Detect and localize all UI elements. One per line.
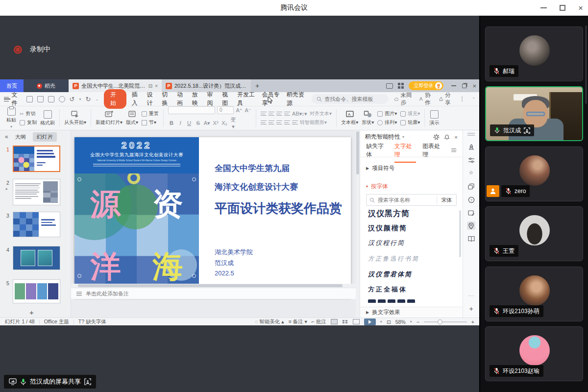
add-slide-button[interactable]: +	[29, 308, 34, 317]
font-search-input[interactable]	[375, 197, 437, 203]
participant-tile-active-speaker[interactable]: 范汉成	[485, 86, 583, 141]
present-button[interactable]: 演示	[429, 110, 439, 126]
text-direction-button[interactable]: AB▾	[292, 111, 299, 117]
window-layout-icon[interactable]	[386, 83, 393, 89]
login-button[interactable]: 立即登录	[409, 81, 443, 90]
settings-sliders-icon[interactable]	[467, 156, 475, 164]
slide-thumbnail-3[interactable]	[13, 212, 60, 237]
format-painter-button[interactable]: 格式刷	[40, 110, 55, 126]
notes-bar[interactable]: 单击此处添加备注	[71, 288, 356, 299]
help-icon[interactable]: ?	[467, 196, 475, 204]
more-menu-icon[interactable]: ⋮	[459, 96, 466, 102]
tab-slides[interactable]: 幻灯片	[33, 132, 57, 142]
zoom-out-button[interactable]: −	[416, 319, 419, 325]
reading-book-icon[interactable]	[467, 234, 475, 243]
font-color-button[interactable]: A▾	[203, 120, 210, 126]
zoom-slider[interactable]	[424, 321, 467, 322]
undo-icon[interactable]: ↺	[70, 96, 75, 103]
tab-docer[interactable]: 稻壳	[24, 79, 69, 92]
cut-button[interactable]: ✂剪切	[20, 110, 37, 117]
reset-button[interactable]: 重置	[142, 110, 159, 117]
comments-button[interactable]: ⌐ 批注	[312, 318, 326, 325]
docer-rocket-icon[interactable]	[467, 143, 475, 151]
print-icon[interactable]	[48, 96, 54, 102]
collaborate-button[interactable]: 协作	[419, 92, 433, 106]
tab-outline[interactable]: 大纲	[15, 133, 26, 141]
font-search-box[interactable]: 宋体	[366, 194, 457, 206]
reading-view-icon[interactable]	[353, 319, 360, 324]
layout-button[interactable]: 版式▾	[126, 110, 138, 126]
new-slide-button[interactable]: 新建幻灯片▾	[96, 110, 122, 126]
paste-button[interactable]: 粘贴▾	[6, 107, 16, 129]
textbox-button[interactable]: A 文本框▾	[341, 110, 358, 126]
redo-icon[interactable]: ↻	[85, 96, 91, 103]
play-from-start-button[interactable]: 从头开始▾	[64, 110, 86, 126]
distribute-button[interactable]	[292, 120, 298, 125]
vertical-scrollbar[interactable]	[356, 130, 360, 318]
font-item[interactable]: 汉仪雪君体简	[368, 270, 412, 279]
maximize-icon[interactable]	[560, 5, 565, 11]
align-center-button[interactable]	[269, 120, 274, 125]
numbering-button[interactable]	[269, 111, 274, 116]
missing-font-status[interactable]: T? 缺失字体	[78, 318, 106, 325]
participant-tile[interactable]: 郝瑞	[485, 26, 583, 81]
bullets-button[interactable]	[261, 111, 267, 116]
tab-close-icon[interactable]: ×	[155, 83, 158, 89]
align-text-button[interactable]: 对齐文本▾	[310, 110, 332, 117]
wps-restore-icon[interactable]	[462, 84, 466, 88]
ribbon-tab-view[interactable]: 视图	[222, 91, 232, 107]
theme-name[interactable]: Office 主题	[44, 318, 69, 325]
ribbon-tab-animation[interactable]: 动画	[177, 91, 187, 107]
by-font-section[interactable]: ▾按字体	[360, 183, 463, 190]
bell-icon[interactable]	[444, 134, 450, 140]
share-button[interactable]: 分享	[439, 92, 453, 106]
pane-close-icon[interactable]: ×	[454, 134, 458, 140]
participant-tile[interactable]: 环设2103孙萌	[485, 267, 583, 321]
font-item[interactable]: 方正鲁迅行书简	[368, 255, 419, 263]
command-search-input[interactable]	[325, 96, 384, 102]
indent-button[interactable]	[284, 111, 290, 116]
slide-thumbnail-1[interactable]	[13, 146, 60, 172]
text-effect-section[interactable]: ▶换文字效果	[360, 307, 463, 318]
wps-minimize-icon[interactable]	[451, 85, 456, 86]
pane-tab-missing-fonts[interactable]: 缺失字体	[366, 142, 388, 159]
font-list-scrollbar[interactable]	[459, 210, 461, 257]
participant-tile[interactable]: 环设2103赵瑜	[485, 326, 583, 381]
smart-features-pin-icon[interactable]	[467, 221, 475, 230]
sync-status[interactable]: 未同步	[394, 92, 413, 106]
font-item[interactable]: 汉仪程行简	[368, 239, 405, 247]
calendar-edit-icon[interactable]	[467, 209, 475, 217]
ribbon-tab-home[interactable]: 开始	[104, 89, 126, 109]
apps-grid-icon[interactable]	[398, 83, 404, 89]
wps-close-icon[interactable]: ×	[472, 82, 476, 90]
italic-button[interactable]: I	[177, 120, 184, 126]
current-slide[interactable]: 源 资 洋 海 2022 全国大中学生第九届海洋文化创意设计大赛 Nationa…	[74, 137, 351, 297]
ribbon-tab-design[interactable]: 设计	[147, 91, 157, 107]
copy-button[interactable]: 复制	[20, 119, 37, 126]
participants-scrollbar[interactable]	[585, 25, 587, 104]
notes-button[interactable]: ≡ 备注 ▾	[289, 318, 307, 325]
align-right-button[interactable]	[276, 120, 282, 125]
find-icon[interactable]	[59, 96, 65, 102]
file-menu[interactable]: 文件	[4, 91, 21, 107]
rail-add-icon[interactable]: +	[463, 305, 479, 313]
command-search-box[interactable]	[312, 94, 389, 104]
ribbon-tab-slideshow[interactable]: 放映	[192, 91, 202, 107]
font-name-combobox[interactable]	[168, 106, 215, 114]
decrease-font-icon[interactable]: A⁻	[245, 107, 251, 114]
font-item[interactable]: 汉仪黑方简	[368, 209, 410, 219]
ribbon-tab-transition[interactable]: 切换	[162, 91, 172, 107]
participant-tile[interactable]: zero	[485, 147, 583, 201]
font-item[interactable]: 汉仪颜楷简	[368, 224, 407, 233]
arrange-button[interactable]: 排列▾	[377, 119, 397, 126]
outdent-button[interactable]	[276, 111, 282, 116]
pane-menu-icon[interactable]	[451, 148, 456, 152]
text-effects-button[interactable]: 变▾	[230, 116, 237, 130]
shapes-button[interactable]: 形状▾	[362, 110, 374, 126]
rail-more-icon[interactable]: ···	[463, 293, 479, 298]
to-smartart-button[interactable]: 转智能图形▾	[300, 119, 327, 126]
bullets-section[interactable]: ▶项目符号	[360, 165, 463, 172]
justify-button[interactable]	[284, 120, 290, 125]
slide-sorter-icon[interactable]	[342, 319, 348, 324]
font-item[interactable]: 方正全福体	[368, 285, 407, 294]
